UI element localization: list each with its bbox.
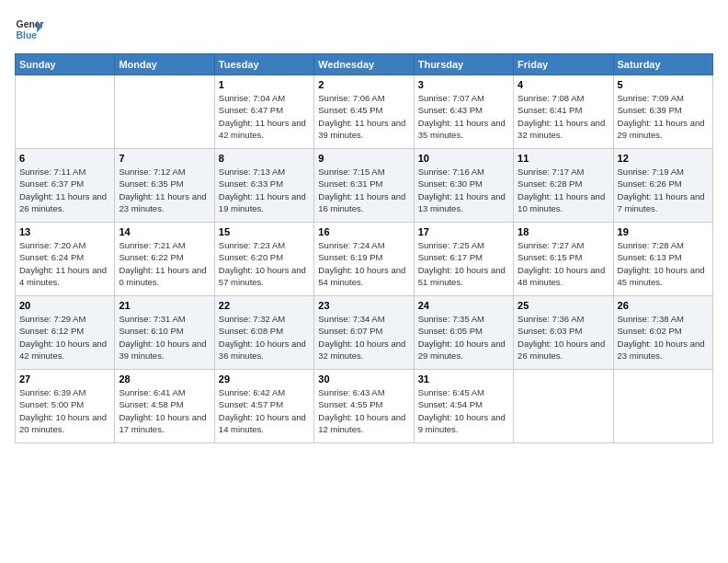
calendar-cell: 17Sunrise: 7:25 AMSunset: 6:17 PMDayligh… xyxy=(414,223,513,296)
day-info: Sunrise: 7:36 AMSunset: 6:03 PMDaylight:… xyxy=(518,313,609,362)
calendar-cell xyxy=(514,370,613,443)
day-number: 21 xyxy=(119,300,210,311)
calendar-cell: 22Sunrise: 7:32 AMSunset: 6:08 PMDayligh… xyxy=(214,296,313,370)
calendar-cell: 4Sunrise: 7:08 AMSunset: 6:41 PMDaylight… xyxy=(514,75,613,149)
week-row-1: 1Sunrise: 7:04 AMSunset: 6:47 PMDaylight… xyxy=(16,75,713,149)
calendar-cell: 11Sunrise: 7:17 AMSunset: 6:28 PMDayligh… xyxy=(514,149,613,223)
day-number: 19 xyxy=(618,226,709,237)
day-info: Sunrise: 7:28 AMSunset: 6:13 PMDaylight:… xyxy=(618,239,709,288)
day-info: Sunrise: 7:35 AMSunset: 6:05 PMDaylight:… xyxy=(418,313,509,362)
day-info: Sunrise: 6:43 AMSunset: 4:55 PMDaylight:… xyxy=(318,386,409,435)
calendar-cell: 28Sunrise: 6:41 AMSunset: 4:58 PMDayligh… xyxy=(115,370,214,443)
day-info: Sunrise: 7:32 AMSunset: 6:08 PMDaylight:… xyxy=(219,313,310,362)
calendar-cell: 27Sunrise: 6:39 AMSunset: 5:00 PMDayligh… xyxy=(16,370,115,443)
day-number: 11 xyxy=(518,153,609,164)
calendar-cell: 26Sunrise: 7:38 AMSunset: 6:02 PMDayligh… xyxy=(613,296,712,370)
day-number: 5 xyxy=(618,79,709,90)
weekday-header-sunday: Sunday xyxy=(16,54,115,75)
day-info: Sunrise: 7:09 AMSunset: 6:39 PMDaylight:… xyxy=(618,92,709,141)
weekday-header-saturday: Saturday xyxy=(613,54,712,75)
day-number: 8 xyxy=(219,153,310,164)
week-row-3: 13Sunrise: 7:20 AMSunset: 6:24 PMDayligh… xyxy=(16,223,713,296)
weekday-header-wednesday: Wednesday xyxy=(314,54,414,75)
day-info: Sunrise: 7:06 AMSunset: 6:45 PMDaylight:… xyxy=(318,92,409,141)
calendar-cell: 10Sunrise: 7:16 AMSunset: 6:30 PMDayligh… xyxy=(414,149,513,223)
day-info: Sunrise: 7:04 AMSunset: 6:47 PMDaylight:… xyxy=(219,92,310,141)
day-number: 15 xyxy=(219,226,310,237)
week-row-5: 27Sunrise: 6:39 AMSunset: 5:00 PMDayligh… xyxy=(16,370,713,443)
weekday-header-tuesday: Tuesday xyxy=(214,54,313,75)
day-number: 22 xyxy=(219,300,310,311)
day-number: 2 xyxy=(318,79,409,90)
day-info: Sunrise: 7:08 AMSunset: 6:41 PMDaylight:… xyxy=(518,92,609,141)
calendar-cell: 5Sunrise: 7:09 AMSunset: 6:39 PMDaylight… xyxy=(613,75,712,149)
day-number: 29 xyxy=(219,373,310,385)
calendar-cell: 24Sunrise: 7:35 AMSunset: 6:05 PMDayligh… xyxy=(414,296,513,370)
day-info: Sunrise: 7:24 AMSunset: 6:19 PMDaylight:… xyxy=(318,239,409,288)
week-row-4: 20Sunrise: 7:29 AMSunset: 6:12 PMDayligh… xyxy=(16,296,713,370)
day-number: 6 xyxy=(19,153,110,164)
logo: General Blue xyxy=(15,15,44,44)
day-info: Sunrise: 7:13 AMSunset: 6:33 PMDaylight:… xyxy=(219,166,310,214)
day-number: 16 xyxy=(318,226,409,237)
day-info: Sunrise: 7:19 AMSunset: 6:26 PMDaylight:… xyxy=(618,166,709,214)
calendar-cell: 15Sunrise: 7:23 AMSunset: 6:20 PMDayligh… xyxy=(214,223,313,296)
day-number: 17 xyxy=(418,226,509,237)
day-info: Sunrise: 7:12 AMSunset: 6:35 PMDaylight:… xyxy=(119,166,210,214)
page-header: General Blue xyxy=(15,15,713,44)
calendar-cell: 7Sunrise: 7:12 AMSunset: 6:35 PMDaylight… xyxy=(115,149,214,223)
day-info: Sunrise: 7:29 AMSunset: 6:12 PMDaylight:… xyxy=(19,313,110,362)
day-number: 12 xyxy=(618,153,709,164)
weekday-header-thursday: Thursday xyxy=(414,54,513,75)
calendar-cell: 25Sunrise: 7:36 AMSunset: 6:03 PMDayligh… xyxy=(514,296,613,370)
day-info: Sunrise: 7:07 AMSunset: 6:43 PMDaylight:… xyxy=(418,92,509,141)
day-info: Sunrise: 6:42 AMSunset: 4:57 PMDaylight:… xyxy=(219,386,310,435)
day-number: 7 xyxy=(119,153,210,164)
day-number: 23 xyxy=(318,300,409,311)
calendar-cell: 3Sunrise: 7:07 AMSunset: 6:43 PMDaylight… xyxy=(414,75,513,149)
day-number: 14 xyxy=(119,226,210,237)
calendar-cell: 14Sunrise: 7:21 AMSunset: 6:22 PMDayligh… xyxy=(115,223,214,296)
calendar-cell: 21Sunrise: 7:31 AMSunset: 6:10 PMDayligh… xyxy=(115,296,214,370)
calendar-cell: 8Sunrise: 7:13 AMSunset: 6:33 PMDaylight… xyxy=(214,149,313,223)
weekday-header-monday: Monday xyxy=(115,54,214,75)
day-info: Sunrise: 7:38 AMSunset: 6:02 PMDaylight:… xyxy=(618,313,709,362)
calendar-cell: 31Sunrise: 6:45 AMSunset: 4:54 PMDayligh… xyxy=(414,370,513,443)
day-info: Sunrise: 6:41 AMSunset: 4:58 PMDaylight:… xyxy=(119,386,210,435)
day-number: 26 xyxy=(618,300,709,311)
day-info: Sunrise: 7:20 AMSunset: 6:24 PMDaylight:… xyxy=(19,239,110,288)
calendar-cell: 20Sunrise: 7:29 AMSunset: 6:12 PMDayligh… xyxy=(16,296,115,370)
day-info: Sunrise: 7:11 AMSunset: 6:37 PMDaylight:… xyxy=(19,166,110,214)
day-info: Sunrise: 7:17 AMSunset: 6:28 PMDaylight:… xyxy=(518,166,609,214)
calendar-cell: 30Sunrise: 6:43 AMSunset: 4:55 PMDayligh… xyxy=(314,370,414,443)
day-number: 1 xyxy=(219,79,310,90)
calendar-cell: 23Sunrise: 7:34 AMSunset: 6:07 PMDayligh… xyxy=(314,296,414,370)
calendar-cell: 12Sunrise: 7:19 AMSunset: 6:26 PMDayligh… xyxy=(613,149,712,223)
calendar-cell xyxy=(115,75,214,149)
day-info: Sunrise: 7:21 AMSunset: 6:22 PMDaylight:… xyxy=(119,239,210,288)
day-number: 10 xyxy=(418,153,509,164)
calendar-cell: 9Sunrise: 7:15 AMSunset: 6:31 PMDaylight… xyxy=(314,149,414,223)
day-info: Sunrise: 6:45 AMSunset: 4:54 PMDaylight:… xyxy=(418,386,509,435)
day-number: 28 xyxy=(119,373,210,385)
calendar-cell xyxy=(613,370,712,443)
day-info: Sunrise: 7:27 AMSunset: 6:15 PMDaylight:… xyxy=(518,239,609,288)
calendar-cell: 19Sunrise: 7:28 AMSunset: 6:13 PMDayligh… xyxy=(613,223,712,296)
day-number: 25 xyxy=(518,300,609,311)
day-info: Sunrise: 7:23 AMSunset: 6:20 PMDaylight:… xyxy=(219,239,310,288)
day-number: 9 xyxy=(318,153,409,164)
day-number: 18 xyxy=(518,226,609,237)
weekday-header-row: SundayMondayTuesdayWednesdayThursdayFrid… xyxy=(16,54,713,75)
day-info: Sunrise: 7:25 AMSunset: 6:17 PMDaylight:… xyxy=(418,239,509,288)
calendar-cell: 2Sunrise: 7:06 AMSunset: 6:45 PMDaylight… xyxy=(314,75,414,149)
day-number: 13 xyxy=(19,226,110,237)
day-info: Sunrise: 7:31 AMSunset: 6:10 PMDaylight:… xyxy=(119,313,210,362)
day-number: 31 xyxy=(418,373,509,385)
calendar-cell: 29Sunrise: 6:42 AMSunset: 4:57 PMDayligh… xyxy=(214,370,313,443)
calendar-cell xyxy=(16,75,115,149)
day-number: 27 xyxy=(19,373,110,385)
day-number: 4 xyxy=(518,79,609,90)
calendar-cell: 18Sunrise: 7:27 AMSunset: 6:15 PMDayligh… xyxy=(514,223,613,296)
day-number: 24 xyxy=(418,300,509,311)
calendar-table: SundayMondayTuesdayWednesdayThursdayFrid… xyxy=(15,53,713,443)
